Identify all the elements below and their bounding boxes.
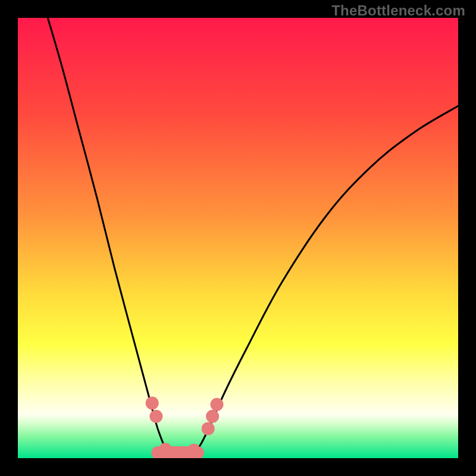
data-marker (211, 398, 224, 411)
chart-frame: TheBottleneck.com (0, 0, 476, 476)
data-marker (206, 410, 219, 423)
data-marker (187, 444, 201, 457)
data-marker (146, 397, 159, 410)
watermark-text: TheBottleneck.com (331, 2, 465, 19)
gradient-background (18, 18, 458, 458)
data-marker (149, 410, 162, 423)
plot-area (18, 18, 458, 458)
data-marker (202, 422, 215, 435)
chart-svg (18, 18, 458, 458)
